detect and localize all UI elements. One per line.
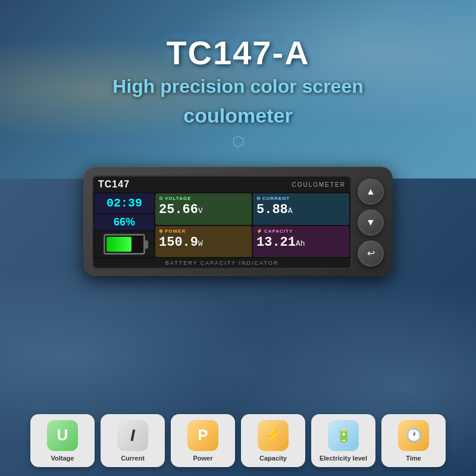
- screen-footer: BATTERY CAPACITY INDICATOR: [93, 258, 350, 268]
- feature-voltage: U Voltage: [30, 414, 95, 467]
- tc147-device: TC147 COULOMETER 02:39 66%: [83, 167, 393, 276]
- current-label: ⊖ CURRENT: [256, 196, 346, 201]
- screen-model: COULOMETER: [292, 181, 346, 188]
- capacity-label: ⚡ CAPACITY: [256, 228, 346, 234]
- current-value: 5.88A: [256, 202, 346, 217]
- left-panel: 02:39 66%: [95, 193, 154, 257]
- screen-content: 02:39 66% ⊙ V: [93, 192, 350, 258]
- features-row: U Voltage I Current P Power ⚡ Capacity 🔋…: [9, 414, 467, 467]
- power-feature-label: Power: [193, 455, 212, 462]
- button-down[interactable]: ▼: [358, 209, 384, 236]
- power-icon-box: P: [187, 420, 218, 451]
- voltage-cell: ⊙ VOLTAGE 25.66V: [155, 193, 252, 225]
- button-up[interactable]: ▲: [358, 178, 384, 205]
- power-cell: ⊕ POWER 150.9W: [155, 226, 252, 258]
- percent-value: 66%: [99, 216, 149, 228]
- time-display: 02:39: [95, 193, 154, 213]
- battery-display: [95, 231, 154, 257]
- feature-electricity: 🔋 Electricity level: [311, 414, 375, 467]
- power-value: 150.9W: [159, 235, 248, 250]
- capacity-value: 13.21Ah: [256, 235, 346, 250]
- voltage-label: ⊙ VOLTAGE: [159, 196, 248, 201]
- feature-power: P Power: [171, 414, 235, 467]
- screen-header: TC147 COULOMETER: [93, 177, 350, 192]
- current-feature-label: Current: [121, 455, 145, 462]
- battery-icon: [104, 234, 145, 255]
- header-section: TC147-A High precision color screen coul…: [0, 0, 476, 178]
- voltage-icon: U: [57, 426, 68, 444]
- current-icon-box: I: [117, 420, 148, 451]
- voltage-value: 25.66V: [159, 202, 248, 217]
- electricity-icon-box: 🔋: [328, 420, 359, 451]
- screen-brand: TC147: [98, 179, 130, 190]
- device-screen: TC147 COULOMETER 02:39 66%: [92, 176, 352, 269]
- time-icon: 🕐: [406, 428, 422, 443]
- network-icon: ⬡: [232, 133, 245, 150]
- product-subtitle-line1: High precision color screen: [112, 74, 363, 99]
- power-label: ⊕ POWER: [159, 228, 248, 234]
- product-subtitle-line2: coulometer: [183, 102, 292, 129]
- feature-time: 🕐 Time: [381, 414, 446, 467]
- device-buttons: ▲ ▼ ↩: [358, 178, 384, 267]
- time-feature-label: Time: [406, 455, 421, 462]
- voltage-icon-box: U: [47, 420, 78, 451]
- right-panels: ⊙ VOLTAGE 25.66V ⊖ CURRENT 5.8: [155, 193, 349, 257]
- current-cell: ⊖ CURRENT 5.88A: [253, 193, 349, 225]
- device-container: TC147 COULOMETER 02:39 66%: [83, 167, 393, 276]
- power-icon: P: [198, 426, 208, 444]
- electricity-icon: 🔋: [336, 428, 352, 443]
- capacity-feature-label: Capacity: [259, 455, 287, 462]
- electricity-feature-label: Electricity level: [320, 455, 367, 462]
- voltage-feature-label: Voltage: [51, 455, 74, 462]
- product-title: TC147-A: [166, 35, 309, 71]
- feature-current: I Current: [101, 414, 165, 467]
- current-icon: I: [130, 426, 135, 445]
- percent-display: 66%: [95, 214, 154, 230]
- capacity-cell: ⚡ CAPACITY 13.21Ah: [253, 226, 349, 258]
- time-value: 02:39: [99, 196, 149, 210]
- button-enter[interactable]: ↩: [358, 240, 384, 267]
- capacity-icon-box: ⚡: [258, 420, 289, 451]
- feature-capacity: ⚡ Capacity: [241, 414, 305, 467]
- time-icon-box: 🕐: [398, 420, 429, 451]
- capacity-icon: ⚡: [264, 426, 283, 444]
- battery-fill: [107, 237, 131, 252]
